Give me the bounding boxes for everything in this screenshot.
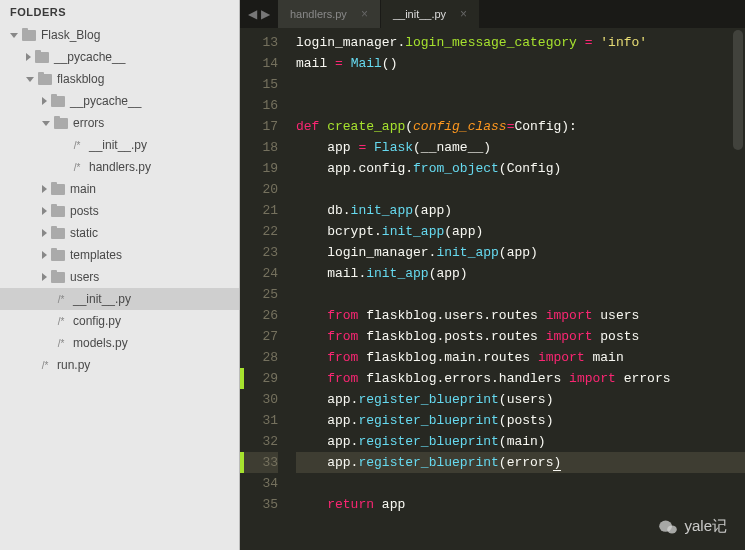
line-number: 28 [240, 347, 278, 368]
folder-icon [51, 228, 65, 239]
folder-icon [35, 52, 49, 63]
tree-item-label: flaskblog [57, 72, 104, 86]
tab-nav-arrows[interactable]: ◀ ▶ [240, 0, 278, 28]
tree-item-label: templates [70, 248, 122, 262]
line-number: 33 [240, 452, 278, 473]
folder-icon [38, 74, 52, 85]
tab-label: __init__.py [393, 8, 446, 20]
code-line[interactable]: login_manager.init_app(app) [296, 242, 745, 263]
code-line[interactable]: login_manager.login_message_category = '… [296, 32, 745, 53]
folder-icon [51, 96, 65, 107]
code-line[interactable]: app.register_blueprint(posts) [296, 410, 745, 431]
code-line[interactable]: app.config.from_object(Config) [296, 158, 745, 179]
line-gutter: 1314151617181920212223242526272829303132… [240, 32, 292, 550]
folder-item[interactable]: main [0, 178, 239, 200]
editor-body[interactable]: 1314151617181920212223242526272829303132… [240, 28, 745, 550]
close-icon[interactable]: × [361, 7, 368, 21]
code-line[interactable]: app.register_blueprint(main) [296, 431, 745, 452]
file-item[interactable]: /*models.py [0, 332, 239, 354]
tree-item-label: users [70, 270, 99, 284]
wechat-icon [658, 519, 678, 535]
disclosure-icon[interactable] [42, 273, 47, 281]
line-number: 25 [240, 284, 278, 305]
code-content[interactable]: login_manager.login_message_category = '… [292, 32, 745, 550]
tree-item-label: __init__.py [73, 292, 131, 306]
code-line[interactable] [296, 95, 745, 116]
line-number: 18 [240, 137, 278, 158]
scrollbar-thumb[interactable] [733, 30, 743, 150]
tree-item-label: models.py [73, 336, 128, 350]
code-line[interactable]: app.register_blueprint(users) [296, 389, 745, 410]
line-number: 31 [240, 410, 278, 431]
disclosure-icon[interactable] [42, 97, 47, 105]
folder-tree: Flask_Blog__pycache__flaskblog__pycache_… [0, 24, 239, 376]
folder-icon [51, 206, 65, 217]
sidebar-title: FOLDERS [0, 0, 239, 24]
disclosure-icon[interactable] [10, 33, 18, 38]
code-line[interactable]: bcrypt.init_app(app) [296, 221, 745, 242]
code-line[interactable]: app.register_blueprint(errors) [296, 452, 745, 473]
folder-icon [51, 184, 65, 195]
tree-item-label: handlers.py [89, 160, 151, 174]
code-line[interactable]: mail = Mail() [296, 53, 745, 74]
file-icon: /* [38, 360, 52, 371]
nav-back-icon[interactable]: ◀ [248, 7, 257, 21]
svg-point-1 [668, 525, 678, 533]
folder-item[interactable]: templates [0, 244, 239, 266]
disclosure-icon[interactable] [42, 229, 47, 237]
code-line[interactable]: app = Flask(__name__) [296, 137, 745, 158]
tree-item-label: posts [70, 204, 99, 218]
code-line[interactable] [296, 284, 745, 305]
file-item[interactable]: /*__init__.py [0, 134, 239, 156]
nav-forward-icon[interactable]: ▶ [261, 7, 270, 21]
code-line[interactable]: def create_app(config_class=Config): [296, 116, 745, 137]
code-line[interactable] [296, 473, 745, 494]
close-icon[interactable]: × [460, 7, 467, 21]
code-line[interactable]: from flaskblog.posts.routes import posts [296, 326, 745, 347]
code-line[interactable] [296, 179, 745, 200]
disclosure-icon[interactable] [26, 77, 34, 82]
tab[interactable]: handlers.py× [278, 0, 381, 28]
folder-item[interactable]: __pycache__ [0, 46, 239, 68]
disclosure-icon[interactable] [42, 251, 47, 259]
tree-item-label: __init__.py [89, 138, 147, 152]
folder-icon [54, 118, 68, 129]
tree-item-label: __pycache__ [54, 50, 125, 64]
tab[interactable]: __init__.py× [381, 0, 480, 28]
folder-item[interactable]: posts [0, 200, 239, 222]
folder-item[interactable]: flaskblog [0, 68, 239, 90]
line-number: 34 [240, 473, 278, 494]
code-line[interactable]: from flaskblog.errors.handlers import er… [296, 368, 745, 389]
file-item[interactable]: /*handlers.py [0, 156, 239, 178]
tab-label: handlers.py [290, 8, 347, 20]
code-line[interactable]: mail.init_app(app) [296, 263, 745, 284]
line-number: 27 [240, 326, 278, 347]
disclosure-icon[interactable] [42, 185, 47, 193]
folder-item[interactable]: Flask_Blog [0, 24, 239, 46]
line-number: 26 [240, 305, 278, 326]
tree-item-label: main [70, 182, 96, 196]
code-line[interactable]: return app [296, 494, 745, 515]
code-line[interactable]: db.init_app(app) [296, 200, 745, 221]
folder-item[interactable]: users [0, 266, 239, 288]
line-number: 29 [240, 368, 278, 389]
line-number: 21 [240, 200, 278, 221]
folder-item[interactable]: __pycache__ [0, 90, 239, 112]
folder-icon [51, 272, 65, 283]
disclosure-icon[interactable] [42, 121, 50, 126]
folder-item[interactable]: errors [0, 112, 239, 134]
code-line[interactable]: from flaskblog.users.routes import users [296, 305, 745, 326]
watermark: yale记 [658, 517, 727, 536]
disclosure-icon[interactable] [42, 207, 47, 215]
file-item[interactable]: /*__init__.py [0, 288, 239, 310]
line-number: 32 [240, 431, 278, 452]
disclosure-icon[interactable] [26, 53, 31, 61]
tree-item-label: Flask_Blog [41, 28, 100, 42]
code-line[interactable]: from flaskblog.main.routes import main [296, 347, 745, 368]
code-line[interactable] [296, 74, 745, 95]
folder-item[interactable]: static [0, 222, 239, 244]
file-item[interactable]: /*run.py [0, 354, 239, 376]
file-icon: /* [54, 338, 68, 349]
file-item[interactable]: /*config.py [0, 310, 239, 332]
line-number: 22 [240, 221, 278, 242]
